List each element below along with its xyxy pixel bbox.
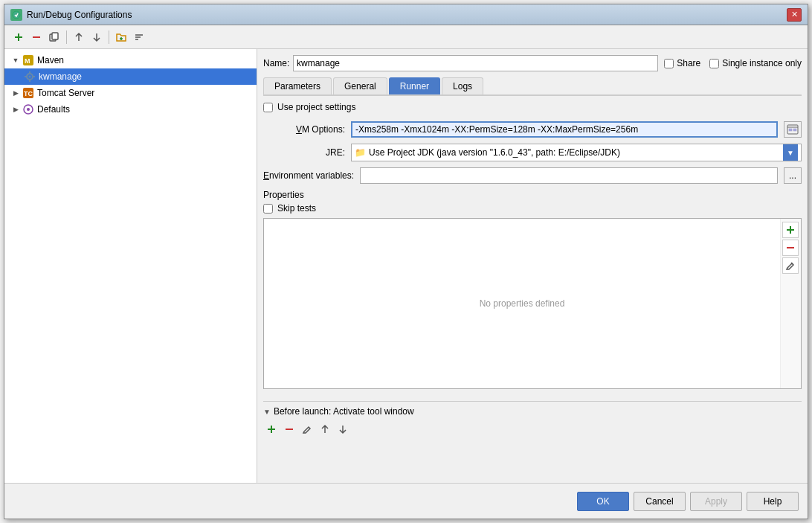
configurations-tree: ▼ M Maven bbox=[4, 49, 257, 483]
vm-options-row: VM Options: bbox=[263, 121, 802, 138]
svg-rect-15 bbox=[29, 71, 30, 74]
tree-item-maven[interactable]: ▼ M Maven bbox=[4, 52, 257, 68]
main-content: ▼ M Maven bbox=[4, 49, 808, 483]
share-checkbox-label[interactable]: Share bbox=[664, 58, 700, 68]
properties-toolbar bbox=[780, 219, 801, 388]
vm-options-label: VM Options: bbox=[263, 124, 345, 135]
svg-rect-25 bbox=[789, 129, 792, 131]
single-instance-checkbox[interactable] bbox=[709, 59, 719, 68]
kwmanage-icon bbox=[24, 71, 36, 83]
name-and-options-row: Name: Share Single instance only bbox=[263, 55, 802, 71]
runner-tab-content: Use project settings VM Options: bbox=[263, 102, 802, 389]
before-launch-arrow: ▼ bbox=[263, 408, 271, 416]
title-bar-text: Run/Debug Configurations bbox=[27, 10, 787, 20]
properties-empty-text: No properties defined bbox=[264, 219, 780, 388]
share-checkbox[interactable] bbox=[664, 59, 674, 68]
svg-rect-18 bbox=[33, 76, 35, 77]
move-up-button[interactable] bbox=[71, 29, 87, 45]
tree-item-defaults[interactable]: ▶ Defaults bbox=[4, 101, 257, 118]
properties-label: Properties bbox=[263, 190, 802, 200]
use-project-settings-checkbox[interactable] bbox=[263, 103, 273, 112]
tab-general[interactable]: General bbox=[333, 77, 387, 94]
configuration-tabs: Parameters General Runner Logs bbox=[263, 77, 802, 96]
skip-tests-checkbox[interactable] bbox=[263, 204, 273, 214]
env-vars-row: Environment variables: ... bbox=[263, 167, 802, 184]
before-launch-remove-button[interactable] bbox=[281, 421, 297, 437]
env-vars-browse-button[interactable]: ... bbox=[784, 167, 802, 184]
add-config-button[interactable] bbox=[10, 29, 27, 45]
vm-options-input[interactable] bbox=[351, 121, 778, 138]
tab-parameters[interactable]: Parameters bbox=[263, 77, 332, 94]
env-vars-input[interactable] bbox=[360, 167, 778, 184]
before-launch-section: ▼ Before launch: Activate tool window bbox=[263, 401, 802, 437]
maven-label: Maven bbox=[37, 55, 64, 65]
sort-button[interactable] bbox=[131, 29, 147, 45]
svg-text:M: M bbox=[25, 57, 30, 65]
skip-tests-label: Skip tests bbox=[277, 203, 316, 214]
configurations-toolbar bbox=[4, 25, 808, 49]
cancel-button[interactable]: Cancel bbox=[634, 492, 686, 511]
new-folder-button[interactable] bbox=[113, 29, 129, 45]
defaults-icon bbox=[22, 103, 34, 115]
jre-select-text: Use Project JDK (java version "1.6.0_43"… bbox=[369, 147, 783, 158]
single-instance-checkbox-label[interactable]: Single instance only bbox=[709, 58, 802, 68]
dialog-window: Run/Debug Configurations ✕ bbox=[4, 4, 808, 519]
properties-area: No properties defined bbox=[263, 218, 802, 389]
name-input[interactable] bbox=[293, 55, 658, 71]
svg-text:TC: TC bbox=[24, 90, 33, 97]
move-down-button[interactable] bbox=[88, 29, 105, 45]
svg-point-0 bbox=[13, 11, 20, 19]
jre-dropdown-button[interactable]: ▼ bbox=[783, 144, 798, 161]
configuration-panel: Name: Share Single instance only Paramet… bbox=[257, 49, 808, 483]
edit-property-button[interactable] bbox=[782, 257, 799, 274]
defaults-label: Defaults bbox=[37, 104, 70, 115]
before-launch-up-button[interactable] bbox=[317, 421, 333, 437]
env-vars-label: Environment variables: bbox=[263, 170, 354, 181]
toolbar-separator-1 bbox=[66, 31, 67, 44]
tab-logs[interactable]: Logs bbox=[442, 77, 483, 94]
ok-button[interactable]: OK bbox=[577, 492, 629, 511]
jre-row: JRE: 📁 Use Project JDK (java version "1.… bbox=[263, 144, 802, 161]
title-bar-icon bbox=[10, 9, 22, 21]
use-project-settings-row: Use project settings bbox=[263, 102, 802, 112]
tomcat-icon: TC bbox=[22, 87, 34, 99]
copy-config-button[interactable] bbox=[46, 29, 62, 45]
expand-defaults-arrow[interactable]: ▶ bbox=[10, 104, 21, 115]
svg-point-14 bbox=[29, 76, 31, 78]
title-bar: Run/Debug Configurations ✕ bbox=[4, 4, 808, 25]
before-launch-add-button[interactable] bbox=[263, 421, 280, 437]
before-launch-edit-button[interactable] bbox=[299, 421, 315, 437]
add-property-button[interactable] bbox=[782, 222, 799, 238]
jre-select[interactable]: 📁 Use Project JDK (java version "1.6.0_4… bbox=[351, 144, 802, 161]
before-launch-header: ▼ Before launch: Activate tool window bbox=[263, 406, 802, 417]
kwmanage-label: kwmanage bbox=[39, 71, 82, 82]
maven-icon: M bbox=[22, 54, 34, 66]
name-field-label: Name: bbox=[263, 58, 293, 68]
remove-config-button[interactable] bbox=[28, 29, 45, 45]
close-button[interactable]: ✕ bbox=[787, 8, 802, 22]
svg-rect-26 bbox=[793, 129, 796, 131]
svg-rect-17 bbox=[25, 76, 27, 77]
svg-rect-16 bbox=[29, 80, 30, 82]
expand-maven-arrow[interactable]: ▼ bbox=[10, 55, 21, 65]
apply-button[interactable]: Apply bbox=[690, 492, 742, 511]
help-button[interactable]: Help bbox=[747, 492, 799, 511]
jre-folder-icon: 📁 bbox=[355, 147, 366, 158]
tab-runner[interactable]: Runner bbox=[389, 77, 440, 94]
vm-options-browse-button[interactable] bbox=[784, 121, 802, 138]
skip-tests-row: Skip tests bbox=[263, 203, 802, 214]
tomcat-label: Tomcat Server bbox=[37, 88, 94, 98]
header-options: Share Single instance only bbox=[664, 58, 802, 68]
use-project-settings-label: Use project settings bbox=[277, 102, 355, 112]
tree-item-kwmanage[interactable]: kwmanage bbox=[4, 68, 257, 85]
before-launch-down-button[interactable] bbox=[335, 421, 351, 437]
expand-tomcat-arrow[interactable]: ▶ bbox=[10, 88, 21, 98]
tree-item-tomcat[interactable]: ▶ TC Tomcat Server bbox=[4, 85, 257, 101]
before-launch-toolbar bbox=[263, 421, 802, 437]
svg-rect-5 bbox=[52, 33, 58, 39]
before-launch-label: Before launch: Activate tool window bbox=[274, 406, 414, 417]
bottom-bar: OK Cancel Apply Help bbox=[4, 483, 808, 519]
properties-section: Properties Skip tests No properties defi… bbox=[263, 190, 802, 389]
svg-point-22 bbox=[27, 108, 30, 111]
remove-property-button[interactable] bbox=[782, 240, 799, 256]
